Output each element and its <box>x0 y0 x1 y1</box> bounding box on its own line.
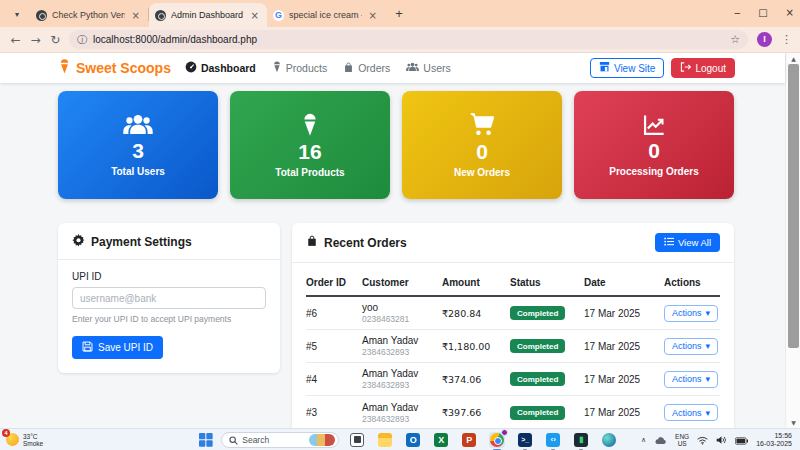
notification-badge: 4 <box>2 429 10 437</box>
windows-taskbar: 4 33°C Smoke Search O X P <box>0 428 800 450</box>
nav-item-products[interactable]: Products <box>272 61 327 75</box>
nav-label: Products <box>286 62 327 74</box>
customer-cell: yoo 0238463281 <box>362 302 442 324</box>
task-view-icon[interactable] <box>349 432 365 448</box>
customer-cell: Aman Yadav 2384632893 <box>362 368 442 390</box>
tab-close-icon[interactable]: × <box>130 10 142 21</box>
brand-name: Sweet Scoops <box>76 60 171 76</box>
windows-logo-icon <box>199 433 213 447</box>
order-amount: ₹397.66 <box>442 407 510 418</box>
status-badge: Completed <box>510 339 565 353</box>
nav-item-users[interactable]: Users <box>406 62 450 74</box>
forward-icon[interactable]: → <box>26 33 46 47</box>
start-button[interactable] <box>199 433 213 447</box>
stat-label: New Orders <box>454 167 510 178</box>
graph-icon <box>642 114 666 136</box>
actions-button[interactable]: Actions▾ <box>664 404 718 421</box>
actions-button[interactable]: Actions▾ <box>664 371 718 388</box>
vscode-icon[interactable]: ‹› <box>545 432 561 448</box>
stats-row: 3 Total Users 16 Total Products 0 New Or… <box>58 91 734 199</box>
view-all-button[interactable]: View All <box>655 233 720 252</box>
browser-tab-google-search[interactable]: G special ice cream - Google Sear × <box>267 3 385 27</box>
col-status: Status <box>510 277 584 288</box>
excel-icon[interactable]: X <box>433 432 449 448</box>
weather-temp: 33°C <box>23 433 43 440</box>
onedrive-cloud-icon[interactable] <box>654 431 667 449</box>
scroll-down-icon[interactable]: ▼ <box>786 419 800 426</box>
back-icon[interactable]: ← <box>6 33 26 47</box>
cart-icon <box>469 113 495 137</box>
edge-icon[interactable] <box>601 432 617 448</box>
stat-card-processing-orders[interactable]: 0 Processing Orders <box>574 91 734 199</box>
scroll-up-icon[interactable]: ▲ <box>786 55 800 62</box>
bookmark-star-icon[interactable]: ☆ <box>730 33 740 46</box>
table-row: #6 yoo 0238463281 ₹280.84 Completed 17 M… <box>306 297 720 330</box>
stat-card-total-users[interactable]: 3 Total Users <box>58 91 218 199</box>
col-date: Date <box>584 277 664 288</box>
upi-helper-text: Enter your UPI ID to accept UPI payments <box>72 314 266 324</box>
window-maximize-button[interactable]: □ <box>758 7 767 18</box>
reload-icon[interactable]: ↻ <box>45 33 65 47</box>
address-bar[interactable]: ⓘ localhost:8000/admin/dashboard.php ☆ <box>69 30 748 49</box>
customer-phone: 2384632893 <box>362 414 442 424</box>
save-upi-button[interactable]: Save UPI ID <box>72 336 163 359</box>
nav-label: Dashboard <box>201 62 256 74</box>
terminal-icon[interactable]: >_ <box>517 432 533 448</box>
stat-label: Total Products <box>275 167 344 178</box>
tab-title: Check Python Version <box>52 10 125 20</box>
battery-icon[interactable] <box>735 431 748 449</box>
speedometer-icon <box>185 61 197 75</box>
browser-tab-python[interactable]: Check Python Version × <box>30 3 148 27</box>
tab-search-icon[interactable]: ▾ <box>6 4 28 24</box>
powerpoint-icon[interactable]: P <box>461 432 477 448</box>
wifi-icon[interactable] <box>697 431 708 449</box>
order-id: #5 <box>306 341 362 352</box>
site-info-icon[interactable]: ⓘ <box>77 33 87 47</box>
customer-name: Aman Yadav <box>362 402 442 413</box>
taskbar-clock[interactable]: 15:56 16-03-2025 <box>756 432 792 448</box>
browser-profile-avatar[interactable]: I <box>757 32 772 47</box>
payment-settings-card: Payment Settings UPI ID Enter your UPI I… <box>58 223 280 373</box>
browser-tab-admin-dashboard[interactable]: Admin Dashboard - Sweet Scoo × <box>149 3 267 27</box>
stat-label: Processing Orders <box>609 166 698 177</box>
tray-chevron-up-icon[interactable]: ∧ <box>641 436 646 444</box>
save-icon <box>82 341 93 354</box>
upi-id-input[interactable] <box>72 287 266 309</box>
bag-icon <box>343 62 354 75</box>
actions-button[interactable]: Actions▾ <box>664 305 718 322</box>
table-row: #5 Aman Yadav 2384632893 ₹1,180.00 Compl… <box>306 330 720 363</box>
new-tab-button[interactable]: + <box>389 4 409 24</box>
save-upi-label: Save UPI ID <box>98 342 153 353</box>
browser-menu-icon[interactable]: ⋮ <box>781 33 792 46</box>
logout-button[interactable]: Logout <box>671 58 735 78</box>
caret-down-icon: ▾ <box>706 308 711 318</box>
view-site-button[interactable]: View Site <box>590 58 665 78</box>
customer-name: Aman Yadav <box>362 335 442 346</box>
language-indicator[interactable]: ENG US <box>675 433 689 447</box>
file-explorer-icon[interactable] <box>377 432 393 448</box>
tab-close-icon[interactable]: × <box>367 10 379 21</box>
outlook-icon[interactable]: O <box>405 432 421 448</box>
stat-card-new-orders[interactable]: 0 New Orders <box>402 91 562 199</box>
taskbar-weather-widget[interactable]: 4 33°C Smoke <box>6 433 43 447</box>
chrome-icon[interactable] <box>489 432 505 448</box>
window-close-button[interactable]: × <box>786 7 794 18</box>
logout-icon <box>680 62 691 74</box>
scrollbar-thumb[interactable] <box>788 64 799 348</box>
customer-phone: 0238463281 <box>362 314 442 324</box>
page-scrollbar[interactable]: ▲ ▼ <box>785 53 800 428</box>
stat-card-total-products[interactable]: 16 Total Products <box>230 91 390 199</box>
order-amount: ₹280.84 <box>442 308 510 319</box>
window-minimize-button[interactable]: – <box>735 7 741 18</box>
actions-button[interactable]: Actions▾ <box>664 338 718 355</box>
tab-close-icon[interactable]: × <box>249 10 261 21</box>
dark-app-icon[interactable]: ▮ <box>573 432 589 448</box>
nav-item-dashboard[interactable]: Dashboard <box>185 61 256 75</box>
taskbar-search-box[interactable]: Search <box>221 432 339 448</box>
brand-logo[interactable]: Sweet Scoops <box>58 59 171 77</box>
volume-icon[interactable] <box>716 431 727 449</box>
caret-down-icon: ▾ <box>706 408 711 418</box>
gear-icon <box>72 234 85 250</box>
actions-label: Actions <box>672 374 702 384</box>
nav-item-orders[interactable]: Orders <box>343 62 390 75</box>
